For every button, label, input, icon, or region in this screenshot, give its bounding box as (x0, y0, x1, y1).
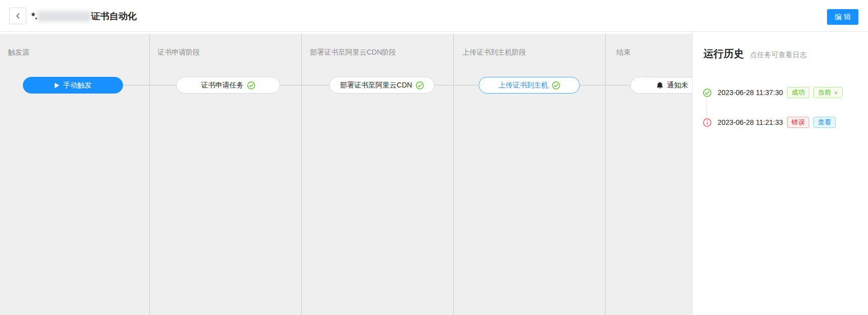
info-circle-icon (703, 118, 712, 127)
title-suffix: 证书自动化 (91, 10, 137, 22)
node-label: 证书申请任务 (201, 81, 244, 90)
certificate-automation-page: *. █████████ 证书自动化 编 辑 触发源 证书申请阶段 部署证书至阿… (0, 0, 868, 315)
run-entry-success: 2023-06-28 11:37:30 成功 当前 × (703, 87, 843, 98)
stage-label-apply: 证书申请阶段 (157, 48, 200, 57)
bell-icon (656, 81, 663, 89)
run-history-panel: 运行历史 点任务可查看日志 2023-06-28 11:37:30 成功 当前 … (692, 32, 868, 315)
node-label: 部署证书至阿里云CDN (340, 81, 412, 90)
node-label: 手动触发 (63, 81, 92, 90)
stage-label-cdn: 部署证书至阿里云CDN阶段 (310, 48, 396, 57)
play-icon (54, 82, 60, 88)
column-divider (301, 34, 302, 315)
column-divider (605, 34, 606, 315)
node-cert-apply-task[interactable]: 证书申请任务 (176, 77, 280, 94)
run-timestamp: 2023-06-28 11:21:33 (718, 118, 783, 126)
check-circle-icon (416, 81, 424, 89)
node-upload-host-task[interactable]: 上传证书到主机 (479, 77, 580, 94)
panel-header: 运行历史 点任务可查看日志 (703, 47, 807, 61)
close-icon[interactable]: × (834, 89, 838, 97)
current-run-label: 当前 (818, 88, 831, 97)
node-manual-trigger[interactable]: 手动触发 (23, 77, 123, 94)
edit-button[interactable]: 编 辑 (827, 9, 858, 25)
timeline-connector (706, 98, 707, 117)
node-deploy-cdn-task[interactable]: 部署证书至阿里云CDN (329, 77, 435, 94)
panel-title: 运行历史 (703, 47, 744, 61)
check-circle-icon (552, 81, 560, 89)
column-divider (453, 34, 454, 315)
current-run-tag: 当前 × (813, 87, 843, 98)
run-timestamp: 2023-06-28 11:37:30 (718, 88, 783, 97)
status-badge-error: 错误 (787, 117, 809, 128)
check-circle-icon (247, 81, 255, 89)
stage-label-host: 上传证书到主机阶段 (462, 48, 526, 57)
column-divider (149, 34, 150, 315)
title-redacted-text: █████████ (37, 11, 91, 22)
view-log-button[interactable]: 查看 (813, 117, 836, 128)
stage-label-end: 结束 (616, 48, 630, 57)
title-prefix: *. (31, 11, 37, 22)
check-circle-icon (703, 88, 712, 97)
run-entry-error: 2023-06-28 11:21:33 错误 查看 (703, 117, 836, 128)
node-label: 通知未 (667, 81, 688, 90)
panel-subtitle: 点任务可查看日志 (750, 51, 807, 60)
back-button[interactable] (9, 8, 26, 24)
status-badge-success: 成功 (787, 87, 809, 98)
page-header: *. █████████ 证书自动化 编 辑 (0, 0, 868, 32)
chevron-left-icon (14, 12, 22, 20)
stage-label-trigger: 触发源 (8, 48, 29, 57)
node-label: 上传证书到主机 (499, 81, 548, 90)
page-title: *. █████████ 证书自动化 (31, 10, 137, 22)
